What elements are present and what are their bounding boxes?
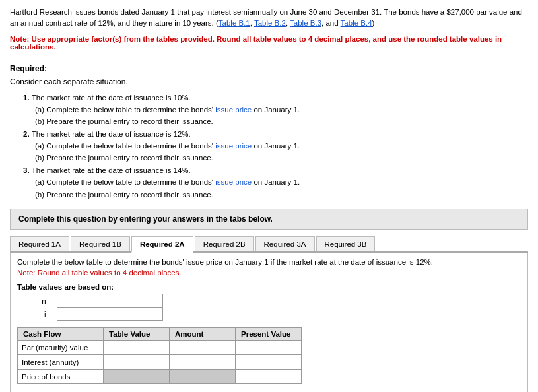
table-row: Par (maturity) value: [18, 341, 302, 355]
par-table-value-input[interactable]: [108, 344, 165, 352]
i-label: i =: [17, 308, 57, 321]
col-cash-flow: Cash Flow: [18, 328, 104, 341]
i-value-input[interactable]: [61, 310, 158, 318]
col-amount: Amount: [170, 328, 236, 341]
row-price-label: Price of bonds: [18, 370, 104, 384]
intro-text: Hartford Research issues bonds dated Jan…: [10, 7, 528, 30]
interest-present-value-cell[interactable]: [236, 355, 302, 370]
price-table-value-dark: [104, 370, 170, 384]
cash-flow-table: Cash Flow Table Value Amount Present Val…: [17, 327, 302, 384]
par-present-value-cell[interactable]: [236, 341, 302, 355]
par-table-value-cell[interactable]: [104, 341, 170, 355]
tab-content: Complete the below table to determine th…: [10, 253, 528, 392]
par-present-value-input[interactable]: [240, 344, 297, 352]
interest-table-value-cell[interactable]: [104, 355, 170, 370]
required-label: Required:: [10, 64, 528, 73]
situation-1: 1. The market rate at the date of issuan…: [23, 92, 528, 128]
row-interest-label: Interest (annuity): [18, 355, 104, 370]
tab-instruction: Complete the below table to determine th…: [17, 258, 521, 266]
interest-table-value-input[interactable]: [108, 358, 165, 366]
ni-table: n = i =: [17, 294, 163, 321]
situation-3: 3. The market rate at the date of issuan…: [23, 164, 528, 201]
par-amount-cell[interactable]: [170, 341, 236, 355]
n-value-input[interactable]: [61, 297, 158, 305]
tab-required-2b[interactable]: Required 2B: [195, 236, 254, 251]
tab-required-1b[interactable]: Required 1B: [71, 236, 130, 251]
situations-list: 1. The market rate at the date of issuan…: [23, 92, 528, 201]
tabs-row: Required 1A Required 1B Required 2A Requ…: [10, 236, 528, 253]
table-b2-link[interactable]: Table B.2: [254, 19, 286, 27]
price-amount-dark: [170, 370, 236, 384]
table-b3-link[interactable]: Table B.3: [290, 19, 321, 27]
consider-text: Consider each separate situation.: [10, 77, 528, 86]
table-b4-link[interactable]: Table B.4: [341, 19, 372, 27]
row-par-label: Par (maturity) value: [18, 341, 104, 355]
interest-amount-cell[interactable]: [170, 355, 236, 370]
table-b1-link[interactable]: Table B.1: [219, 19, 250, 27]
note-text: Note: Use appropriate factor(s) from the…: [10, 35, 528, 51]
table-row: Price of bonds: [18, 370, 302, 384]
price-present-value-cell[interactable]: [236, 370, 302, 384]
i-input[interactable]: [57, 308, 162, 321]
tab-required-3b[interactable]: Required 3B: [316, 236, 376, 251]
complete-box: Complete this question by entering your …: [10, 209, 528, 230]
situation-2: 2. The market rate at the date of issuan…: [23, 128, 528, 164]
tab-required-3a[interactable]: Required 3A: [255, 236, 315, 251]
tab-required-2a[interactable]: Required 2A: [131, 236, 193, 253]
interest-present-value-input[interactable]: [240, 358, 297, 366]
n-input[interactable]: [57, 294, 162, 308]
par-amount-input[interactable]: [174, 344, 231, 352]
col-present-value: Present Value: [236, 328, 302, 341]
table-based-label: Table values are based on:: [17, 283, 521, 291]
tab-required-1a[interactable]: Required 1A: [10, 236, 69, 251]
col-table-value: Table Value: [104, 328, 170, 341]
table-row: Interest (annuity): [18, 355, 302, 370]
price-present-value-input[interactable]: [240, 373, 297, 381]
interest-amount-input[interactable]: [174, 358, 231, 366]
n-label: n =: [17, 294, 57, 308]
tab-note: Note: Round all table values to 4 decima…: [17, 269, 521, 277]
